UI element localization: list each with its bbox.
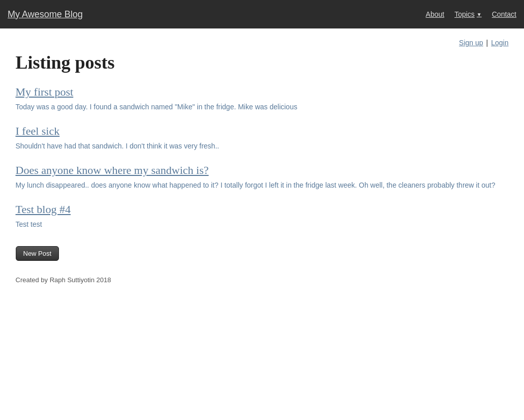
post-item-1: I feel sick Shouldn't have had that sand… (16, 125, 509, 152)
nav-link-contact[interactable]: Contact (492, 10, 516, 18)
post-list: My first post Today was a good day. I fo… (16, 85, 509, 230)
post-item-2: Does anyone know where my sandwich is? M… (16, 164, 509, 191)
nav-item-about: About (426, 10, 445, 18)
nav-item-contact: Contact (492, 10, 516, 18)
post-item-0: My first post Today was a good day. I fo… (16, 85, 509, 112)
post-title-link-0[interactable]: My first post (16, 85, 74, 99)
post-excerpt-0: Today was a good day. I found a sandwich… (16, 102, 509, 112)
navbar-brand[interactable]: My Awesome Blog (8, 9, 83, 20)
signup-link[interactable]: Sign up (459, 39, 483, 47)
main-container: Sign up | Login Listing posts My first p… (8, 28, 516, 294)
post-title-link-3[interactable]: Test blog #4 (16, 203, 71, 216)
nav-link-topics[interactable]: Topics ▼ (454, 10, 482, 18)
post-excerpt-3: Test test (16, 219, 509, 230)
login-link[interactable]: Login (491, 39, 508, 47)
footer-text: Created by Raph Suttiyotin 2018 (16, 276, 509, 284)
post-title-link-1[interactable]: I feel sick (16, 125, 60, 138)
top-bar: Sign up | Login (16, 39, 509, 47)
navbar-nav: About Topics ▼ Contact (426, 10, 516, 18)
post-excerpt-1: Shouldn't have had that sandwich. I don'… (16, 141, 509, 152)
post-title-link-2[interactable]: Does anyone know where my sandwich is? (16, 164, 209, 177)
post-excerpt-2: My lunch disappeared.. does anyone know … (16, 180, 509, 191)
page-title: Listing posts (16, 52, 509, 73)
new-post-button[interactable]: New Post (16, 246, 59, 261)
topics-dropdown-arrow: ▼ (477, 12, 482, 17)
nav-link-about[interactable]: About (426, 10, 445, 18)
post-item-3: Test blog #4 Test test (16, 203, 509, 230)
footer: Created by Raph Suttiyotin 2018 (16, 276, 509, 284)
auth-links: Sign up | Login (459, 39, 508, 47)
auth-separator: | (486, 39, 488, 47)
navbar: My Awesome Blog About Topics ▼ Contact (0, 0, 524, 28)
nav-item-topics: Topics ▼ (454, 10, 482, 18)
